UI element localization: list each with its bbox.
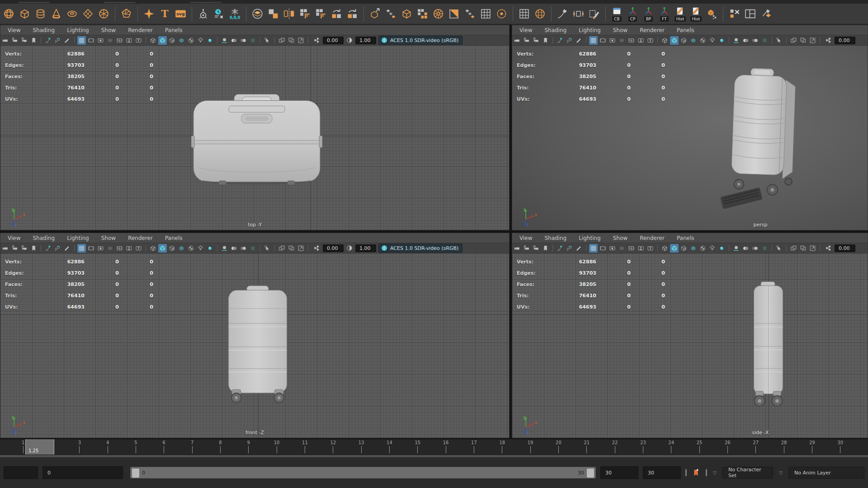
history-button[interactable]: Hist	[672, 4, 688, 24]
isolate-select-icon[interactable]	[263, 244, 272, 253]
gate-mask-icon[interactable]	[106, 244, 114, 253]
anti-aliasing-icon[interactable]	[760, 36, 769, 45]
range-end-handle[interactable]	[587, 469, 594, 478]
history-button-2[interactable]: Hist	[688, 4, 704, 24]
timeline-frame-16[interactable]: 16	[432, 439, 460, 455]
viewport-canvas-side[interactable]: Verts:6288600Edges:9370300Faces:3820500T…	[512, 253, 868, 438]
motion-blur-icon[interactable]	[239, 36, 248, 45]
poly-sphere-tool[interactable]	[1, 4, 17, 24]
snapshot-icon[interactable]	[808, 36, 817, 45]
resolution-gate-icon[interactable]	[96, 244, 105, 253]
timeline-frame-11[interactable]: 11	[291, 439, 319, 455]
menu-lighting[interactable]: Lighting	[579, 235, 601, 241]
bookmark-view-icon[interactable]	[29, 36, 38, 45]
playback-end-field[interactable]: 30	[600, 466, 638, 479]
edit-cv-tool[interactable]	[571, 4, 586, 24]
default-material-icon[interactable]	[689, 36, 698, 45]
default-light-icon[interactable]	[206, 244, 214, 253]
motion-blur-icon[interactable]	[751, 36, 760, 45]
timeline-frame-24[interactable]: 24	[657, 439, 685, 455]
gamma-field[interactable]: 1.00	[355, 244, 376, 252]
timeline-frame-25[interactable]: 25	[685, 439, 713, 455]
anti-aliasing-icon[interactable]	[249, 36, 257, 45]
suitcase-model-top-view[interactable]	[189, 83, 325, 193]
timeline-frame-12[interactable]: 12	[319, 439, 347, 455]
default-material-icon[interactable]	[177, 36, 186, 45]
suitcase-model-side-view[interactable]	[743, 280, 794, 415]
grease-pencil-icon[interactable]	[63, 244, 71, 253]
menu-shading[interactable]: Shading	[33, 27, 55, 33]
shaded-mode-icon[interactable]	[670, 244, 679, 253]
sweep-mesh-tool[interactable]	[141, 4, 157, 24]
field-chart-icon[interactable]	[627, 36, 636, 45]
timeline-frame-22[interactable]: 22	[601, 439, 629, 455]
select-camera-icon[interactable]	[513, 36, 521, 45]
sphere-projection-tool[interactable]	[532, 4, 548, 24]
film-gate-icon[interactable]	[599, 36, 607, 45]
menu-panels[interactable]: Panels	[677, 235, 694, 241]
animation-end-field[interactable]: 30	[643, 466, 681, 479]
field-chart-icon[interactable]	[115, 36, 124, 45]
default-light-icon[interactable]	[717, 36, 726, 45]
remesh-tool[interactable]	[344, 4, 360, 24]
panel-layout-tool[interactable]	[742, 4, 758, 24]
cube-on-plane-tool[interactable]	[704, 4, 720, 24]
timeline-frame-18[interactable]: 18	[488, 439, 516, 455]
wireframe-mode-icon[interactable]	[660, 36, 669, 45]
timeline-frame-21[interactable]: 21	[573, 439, 601, 455]
viewport-canvas-persp[interactable]: Verts:6288600Edges:9370300Faces:3820500T…	[512, 46, 868, 230]
shadows-icon[interactable]	[220, 36, 229, 45]
resolution-gate-icon[interactable]	[608, 36, 617, 45]
bp-axis-button[interactable]: BP	[641, 4, 656, 24]
shadows-icon[interactable]	[732, 36, 741, 45]
menu-lighting[interactable]: Lighting	[67, 27, 89, 33]
timeline-frame-6[interactable]: 6	[150, 439, 178, 455]
lattice-tool[interactable]	[478, 4, 494, 24]
menu-shading[interactable]: Shading	[544, 27, 566, 33]
wireframe-on-shaded-icon[interactable]	[187, 36, 195, 45]
exposure-icon[interactable]	[313, 37, 321, 44]
image-plane-icon[interactable]	[44, 36, 52, 45]
default-material-icon[interactable]	[689, 244, 698, 253]
textured-mode-icon[interactable]	[168, 244, 176, 253]
default-material-icon[interactable]	[177, 244, 186, 253]
wireframe-on-shaded-icon[interactable]	[698, 244, 707, 253]
image-plane-icon[interactable]	[556, 244, 564, 253]
image-plane-icon[interactable]	[44, 244, 52, 253]
view-transform-badge[interactable]: ACES 1.0 SDR-video (sRGB)	[378, 244, 462, 253]
timeline-frame-8[interactable]: 8	[206, 439, 234, 455]
paste-view-icon[interactable]	[799, 244, 807, 253]
suitcase-model-front-view[interactable]	[221, 283, 295, 412]
snapshot-icon[interactable]	[297, 244, 305, 253]
separate-tool[interactable]	[265, 4, 281, 24]
shaded-mode-icon[interactable]	[670, 36, 679, 45]
grease-pencil-icon[interactable]	[63, 36, 71, 45]
isolate-select-icon[interactable]	[263, 36, 272, 45]
menu-view[interactable]: View	[519, 27, 532, 33]
menu-renderer[interactable]: Renderer	[128, 235, 153, 241]
timeline-frame-19[interactable]: 19	[516, 439, 544, 455]
pencil-curve-tool[interactable]	[586, 4, 602, 24]
wireframe-mode-icon[interactable]	[149, 244, 157, 253]
time-slider[interactable]: 1234567891011121314151617181920212223242…	[0, 438, 868, 455]
poly-disc-tool[interactable]	[96, 4, 112, 24]
range-start-handle[interactable]	[132, 469, 139, 478]
cp-axis-button[interactable]: CP	[625, 4, 641, 24]
pan-zoom-icon[interactable]	[53, 36, 62, 45]
bookmark-view-icon[interactable]	[29, 244, 38, 253]
isolate-select-icon[interactable]	[775, 36, 783, 45]
safe-title-icon[interactable]: T	[646, 36, 655, 45]
viewport-persp[interactable]: ViewShadingLightingShowRendererPanels T …	[512, 25, 868, 230]
menu-renderer[interactable]: Renderer	[640, 27, 665, 33]
grid-toggle-icon[interactable]	[77, 36, 86, 45]
timeline-frame-5[interactable]: 5	[122, 439, 150, 455]
menu-panels[interactable]: Panels	[165, 27, 183, 33]
snapshot-icon[interactable]	[297, 36, 305, 45]
menu-shading[interactable]: Shading	[544, 235, 566, 241]
ft-axis-button[interactable]: FT	[656, 4, 672, 24]
isolate-select-icon[interactable]	[775, 244, 783, 253]
camera-attributes-icon[interactable]	[20, 36, 28, 45]
poly-cylinder-tool[interactable]	[33, 4, 48, 24]
svg-tool[interactable]: svg	[173, 4, 189, 24]
ambient-occlusion-icon[interactable]	[741, 36, 750, 45]
